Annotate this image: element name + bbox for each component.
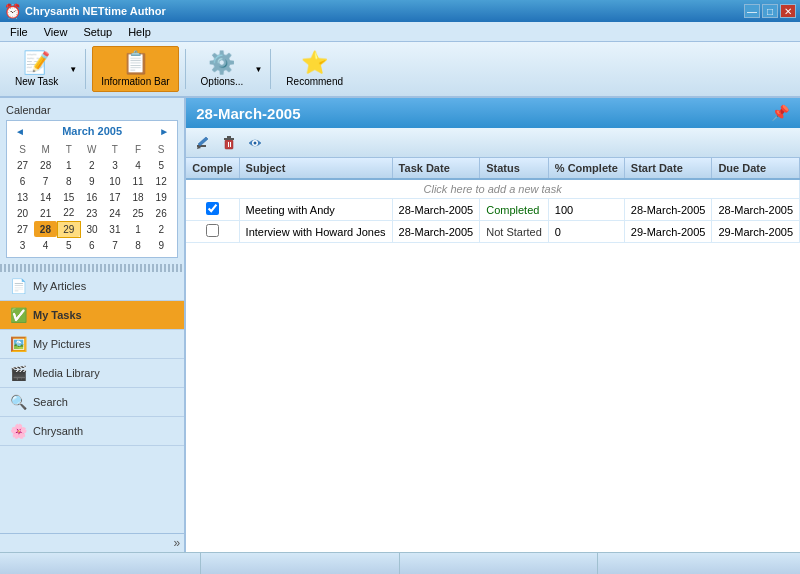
- calendar-day[interactable]: 22: [57, 205, 80, 221]
- calendar-day[interactable]: 6: [11, 173, 34, 189]
- calendar-day[interactable]: 8: [126, 237, 149, 253]
- svg-rect-7: [230, 142, 231, 147]
- task-2-status: Not Started: [480, 221, 549, 243]
- calendar-day[interactable]: 4: [126, 157, 149, 173]
- task-1-checkbox[interactable]: [206, 202, 219, 215]
- calendar-day[interactable]: 30: [80, 221, 103, 237]
- delete-button[interactable]: [218, 132, 240, 154]
- minimize-button[interactable]: —: [744, 4, 760, 18]
- calendar-day[interactable]: 21: [34, 205, 57, 221]
- calendar-day[interactable]: 31: [103, 221, 126, 237]
- calendar-day[interactable]: 28: [34, 157, 57, 173]
- add-task-text[interactable]: Click here to add a new task: [186, 179, 799, 199]
- calendar-day[interactable]: 17: [103, 189, 126, 205]
- task-2-checkbox[interactable]: [206, 224, 219, 237]
- svg-rect-5: [227, 136, 231, 138]
- information-bar-button[interactable]: 📋 Information Bar: [92, 46, 178, 92]
- calendar-day[interactable]: 25: [126, 205, 149, 221]
- media-library-icon: 🎬: [10, 365, 27, 381]
- calendar-day[interactable]: 6: [80, 237, 103, 253]
- task-table-wrapper[interactable]: Comple Subject Task Date Status % Comple…: [186, 158, 800, 552]
- new-task-button[interactable]: 📝 New Task: [6, 46, 67, 92]
- calendar-day[interactable]: 9: [80, 173, 103, 189]
- sidebar-item-my-articles[interactable]: 📄 My Articles: [0, 272, 184, 301]
- calendar-day[interactable]: 10: [103, 173, 126, 189]
- view-button[interactable]: [244, 132, 266, 154]
- calendar-day[interactable]: 27: [11, 221, 34, 237]
- expand-button[interactable]: »: [174, 536, 181, 550]
- calendar-day[interactable]: 19: [150, 189, 173, 205]
- calendar-day[interactable]: 9: [150, 237, 173, 253]
- calendar-day[interactable]: 16: [80, 189, 103, 205]
- svg-rect-6: [228, 142, 229, 147]
- col-start-date[interactable]: Start Date: [624, 158, 712, 179]
- menu-file[interactable]: File: [4, 24, 34, 40]
- calendar-day[interactable]: 2: [150, 221, 173, 237]
- calendar-day[interactable]: 24: [103, 205, 126, 221]
- my-pictures-icon: 🖼️: [10, 336, 27, 352]
- calendar-day[interactable]: 7: [34, 173, 57, 189]
- panel-divider[interactable]: [0, 264, 184, 272]
- col-due-date[interactable]: Due Date: [712, 158, 800, 179]
- add-task-row[interactable]: Click here to add a new task: [186, 179, 799, 199]
- calendar-day[interactable]: 23: [80, 205, 103, 221]
- calendar-day[interactable]: 2: [80, 157, 103, 173]
- calendar-day[interactable]: 1: [126, 221, 149, 237]
- calendar-day[interactable]: 4: [34, 237, 57, 253]
- table-row[interactable]: Meeting with Andy 28-March-2005 Complete…: [186, 199, 799, 221]
- maximize-button[interactable]: □: [762, 4, 778, 18]
- calendar-day[interactable]: 7: [103, 237, 126, 253]
- calendar-day[interactable]: 5: [150, 157, 173, 173]
- col-task-date[interactable]: Task Date: [392, 158, 480, 179]
- calendar-week-row: 6789101112: [11, 173, 173, 189]
- sidebar-item-chrysanth[interactable]: 🌸 Chrysanth: [0, 417, 184, 446]
- toolbar-separator-2: [185, 49, 186, 89]
- calendar-day[interactable]: 15: [57, 189, 80, 205]
- information-bar-label: Information Bar: [101, 76, 169, 87]
- calendar-widget: ◄ March 2005 ► S M T W T F S: [6, 120, 178, 258]
- task-2-due-date: 29-March-2005: [712, 221, 800, 243]
- calendar-day[interactable]: 3: [11, 237, 34, 253]
- sidebar-item-search[interactable]: 🔍 Search: [0, 388, 184, 417]
- calendar-day[interactable]: 12: [150, 173, 173, 189]
- title-bar-controls: — □ ✕: [744, 4, 796, 18]
- calendar-day[interactable]: 5: [57, 237, 80, 253]
- col-subject[interactable]: Subject: [239, 158, 392, 179]
- table-row[interactable]: Interview with Howard Jones 28-March-200…: [186, 221, 799, 243]
- calendar-prev-button[interactable]: ◄: [11, 126, 29, 137]
- status-segment-2: [203, 553, 400, 574]
- new-task-arrow[interactable]: ▼: [67, 46, 79, 92]
- calendar-day[interactable]: 26: [150, 205, 173, 221]
- calendar-day[interactable]: 28: [34, 221, 57, 237]
- calendar-day[interactable]: 27: [11, 157, 34, 173]
- sidebar-item-my-pictures[interactable]: 🖼️ My Pictures: [0, 330, 184, 359]
- calendar-day[interactable]: 14: [34, 189, 57, 205]
- edit-icon: [195, 135, 211, 151]
- options-arrow[interactable]: ▼: [252, 46, 264, 92]
- my-pictures-label: My Pictures: [33, 338, 90, 350]
- recommend-button[interactable]: ⭐ Recommend: [277, 46, 352, 92]
- col-status[interactable]: Status: [480, 158, 549, 179]
- calendar-next-button[interactable]: ►: [155, 126, 173, 137]
- menu-help[interactable]: Help: [122, 24, 157, 40]
- task-table: Comple Subject Task Date Status % Comple…: [186, 158, 800, 243]
- calendar-day[interactable]: 13: [11, 189, 34, 205]
- calendar-day[interactable]: 11: [126, 173, 149, 189]
- calendar-day[interactable]: 1: [57, 157, 80, 173]
- sidebar-item-media-library[interactable]: 🎬 Media Library: [0, 359, 184, 388]
- sidebar-item-my-tasks[interactable]: ✅ My Tasks: [0, 301, 184, 330]
- calendar-day[interactable]: 20: [11, 205, 34, 221]
- toolbar: 📝 New Task ▼ 📋 Information Bar ⚙️ Option…: [0, 42, 800, 98]
- menu-view[interactable]: View: [38, 24, 74, 40]
- calendar-day[interactable]: 8: [57, 173, 80, 189]
- options-button[interactable]: ⚙️ Options...: [192, 46, 253, 92]
- calendar-day[interactable]: 18: [126, 189, 149, 205]
- edit-button[interactable]: [192, 132, 214, 154]
- menu-setup[interactable]: Setup: [77, 24, 118, 40]
- close-button[interactable]: ✕: [780, 4, 796, 18]
- calendar-day[interactable]: 29: [57, 221, 80, 237]
- col-percent-complete[interactable]: % Complete: [548, 158, 624, 179]
- col-complete[interactable]: Comple: [186, 158, 239, 179]
- calendar-day[interactable]: 3: [103, 157, 126, 173]
- menu-bar: File View Setup Help: [0, 22, 800, 42]
